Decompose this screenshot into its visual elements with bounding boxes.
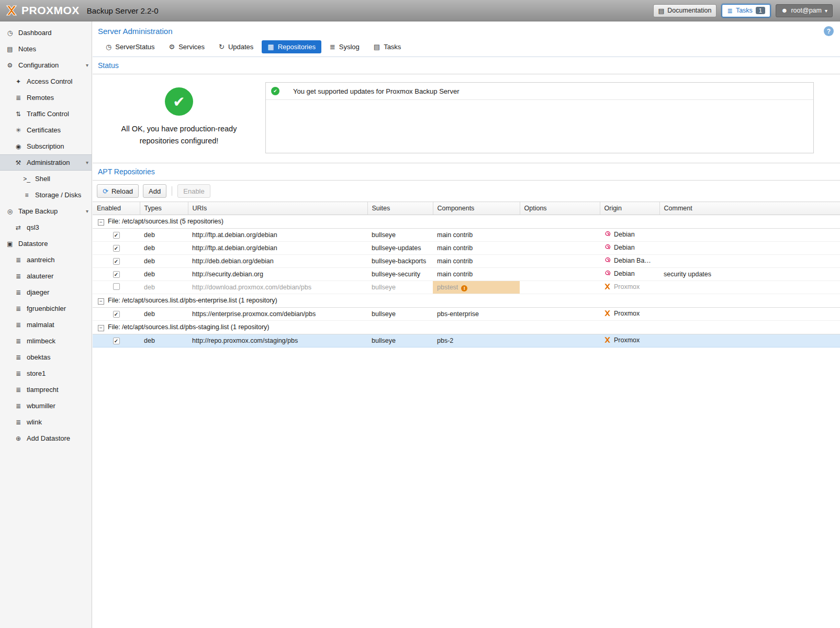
tab-serverstatus[interactable]: ◷ServerStatus — [100, 40, 161, 53]
sidebar-item-configuration[interactable]: ⚙Configuration▾ — [0, 57, 92, 73]
enabled-checkbox[interactable]: ✓ — [113, 258, 120, 265]
chevron-down-icon[interactable]: ▾ — [86, 160, 88, 165]
cell-uri: http://ftp.at.debian.org/debian — [188, 242, 367, 255]
debian-logo-icon — [604, 270, 611, 278]
enable-button[interactable]: Enable — [177, 184, 210, 198]
sidebar-item-remotes[interactable]: ≣Remotes — [0, 89, 92, 106]
tasks-button[interactable]: ≣ Tasks 1 — [722, 4, 770, 17]
tab-label: Tasks — [384, 43, 401, 51]
debian-logo-icon — [604, 257, 611, 265]
enabled-checkbox[interactable]: ✓ — [113, 311, 120, 318]
sidebar-item-tlamprecht[interactable]: ≣tlamprecht — [0, 382, 92, 398]
table-row[interactable]: ✓debhttp://security.debian.orgbullseye-s… — [93, 268, 840, 281]
tab-services[interactable]: ⚙Services — [163, 40, 211, 53]
enabled-checkbox[interactable]: ✓ — [113, 338, 120, 344]
table-row[interactable]: ✓debhttp://ftp.at.debian.org/debianbulls… — [93, 229, 840, 242]
cell-type: deb — [140, 281, 188, 294]
cell-uri: https://enterprise.proxmox.com/debian/pb… — [188, 308, 367, 321]
user-menu-button[interactable]: ☻ root@pam ▾ — [776, 4, 833, 17]
sidebar-item-storage-disks[interactable]: ≡Storage / Disks — [0, 187, 92, 203]
status-section-header: Status — [93, 57, 840, 74]
collapse-icon[interactable]: − — [98, 325, 104, 331]
sidebar-item-dashboard[interactable]: ◷Dashboard — [0, 25, 92, 41]
enabled-checkbox[interactable]: ✓ — [113, 232, 120, 239]
top-bar: PROXMOX Backup Server 2.2-0 ▤ Documentat… — [0, 0, 840, 21]
table-row[interactable]: ✓debhttp://repo.proxmox.com/staging/pbsb… — [93, 334, 840, 347]
sidebar-item-traffic-control[interactable]: ⇅Traffic Control — [0, 106, 92, 122]
tab-repositories[interactable]: ▦Repositories — [262, 40, 321, 53]
sidebar-item-store1[interactable]: ≣store1 — [0, 365, 92, 382]
column-header-suites[interactable]: Suites — [367, 202, 433, 215]
debian-logo-icon — [604, 231, 611, 239]
logo-text: PROXMOX — [21, 4, 80, 17]
column-header-uris[interactable]: URIs — [188, 202, 367, 215]
add-button[interactable]: Add — [143, 184, 166, 198]
cell-options — [520, 242, 600, 255]
list-icon: ≣ — [330, 43, 335, 51]
table-row[interactable]: debhttp://download.proxmox.com/debian/pb… — [93, 281, 840, 294]
sidebar-item-djaeger[interactable]: ≣djaeger — [0, 284, 92, 300]
documentation-button[interactable]: ▤ Documentation — [653, 4, 717, 17]
tab-syslog[interactable]: ≣Syslog — [324, 40, 365, 53]
tasks-list-icon: ≣ — [727, 7, 732, 15]
disks-icon: ≡ — [22, 192, 31, 199]
table-row[interactable]: ✓debhttp://ftp.at.debian.org/debianbulls… — [93, 242, 840, 255]
cell-uri: http://security.debian.org — [188, 268, 367, 281]
collapse-icon[interactable]: − — [98, 298, 104, 305]
content-header: Server Administration ? — [93, 21, 840, 38]
chevron-down-icon: ▾ — [825, 8, 827, 14]
sidebar-item-subscription[interactable]: ◉Subscription — [0, 138, 92, 154]
sidebar-item-notes[interactable]: ▤Notes — [0, 41, 92, 57]
database-icon: ≣ — [14, 338, 23, 345]
sidebar-item-certificates[interactable]: ✳Certificates — [0, 122, 92, 138]
tab-updates[interactable]: ↻Updates — [213, 40, 259, 53]
table-row[interactable]: ✓debhttp://deb.debian.org/debianbullseye… — [93, 255, 840, 268]
sidebar-item-tape-backup[interactable]: ◎Tape Backup▾ — [0, 203, 92, 219]
table-row[interactable]: ✓debhttps://enterprise.proxmox.com/debia… — [93, 308, 840, 321]
column-header-enabled[interactable]: Enabled — [93, 202, 140, 215]
status-summary-text: All OK, you have production-ready reposi… — [118, 123, 241, 147]
collapse-icon[interactable]: − — [98, 219, 104, 226]
sidebar-item-qsl3[interactable]: ⇄qsl3 — [0, 219, 92, 236]
sidebar-item-label: Access Control — [27, 77, 72, 85]
sidebar-item-administration[interactable]: ⚒Administration▾ — [0, 154, 92, 171]
repo-group-row: −File: /etc/apt/sources.list (5 reposito… — [93, 215, 840, 229]
sidebar-item-wlink[interactable]: ≣wlink — [0, 414, 92, 430]
sidebar-item-label: Remotes — [27, 94, 54, 102]
sidebar-item-label: wbumiller — [27, 402, 55, 410]
cell-options — [520, 334, 600, 347]
sidebar-item-mlimbeck[interactable]: ≣mlimbeck — [0, 333, 92, 349]
sidebar-item-fgruenbichler[interactable]: ≣fgruenbichler — [0, 300, 92, 317]
cell-options — [520, 268, 600, 281]
repo-group-row: −File: /etc/apt/sources.list.d/pbs-stagi… — [93, 321, 840, 334]
column-header-comment[interactable]: Comment — [659, 202, 840, 215]
reload-button[interactable]: ⟳ Reload — [97, 184, 139, 198]
cell-comment — [659, 334, 840, 347]
column-header-origin[interactable]: Origin — [600, 202, 659, 215]
tab-tasks[interactable]: ▤Tasks — [368, 40, 407, 53]
chevron-down-icon[interactable]: ▾ — [86, 208, 88, 214]
chevron-down-icon[interactable]: ▾ — [86, 62, 88, 68]
note-icon: ▤ — [5, 46, 15, 53]
sidebar-item-label: Subscription — [27, 142, 64, 150]
sidebar-item-access-control[interactable]: ✦Access Control — [0, 73, 92, 89]
enabled-checkbox[interactable]: ✓ — [113, 245, 120, 252]
sidebar-item-malmalat[interactable]: ≣malmalat — [0, 317, 92, 333]
sidebar-item-alauterer[interactable]: ≣alauterer — [0, 268, 92, 284]
sidebar-item-add-datastore[interactable]: ⊕Add Datastore — [0, 430, 92, 446]
sidebar-item-datastore[interactable]: ▣Datastore — [0, 236, 92, 252]
enabled-checkbox[interactable]: ✓ — [113, 271, 120, 278]
enabled-checkbox[interactable] — [113, 283, 120, 290]
sidebar-item-wbumiller[interactable]: ≣wbumiller — [0, 398, 92, 414]
column-header-types[interactable]: Types — [140, 202, 188, 215]
components-text: pbs-2 — [437, 337, 453, 344]
sidebar-item-aantreich[interactable]: ≣aantreich — [0, 252, 92, 268]
sidebar-item-obektas[interactable]: ≣obektas — [0, 349, 92, 365]
help-button[interactable]: ? — [824, 26, 834, 36]
column-header-options[interactable]: Options — [520, 202, 600, 215]
group-cell: −File: /etc/apt/sources.list.d/pbs-enter… — [93, 294, 840, 308]
column-header-components[interactable]: Components — [433, 202, 520, 215]
sidebar-item-shell[interactable]: >_Shell — [0, 171, 92, 187]
cell-options — [520, 229, 600, 242]
user-label: root@pam — [791, 7, 822, 14]
